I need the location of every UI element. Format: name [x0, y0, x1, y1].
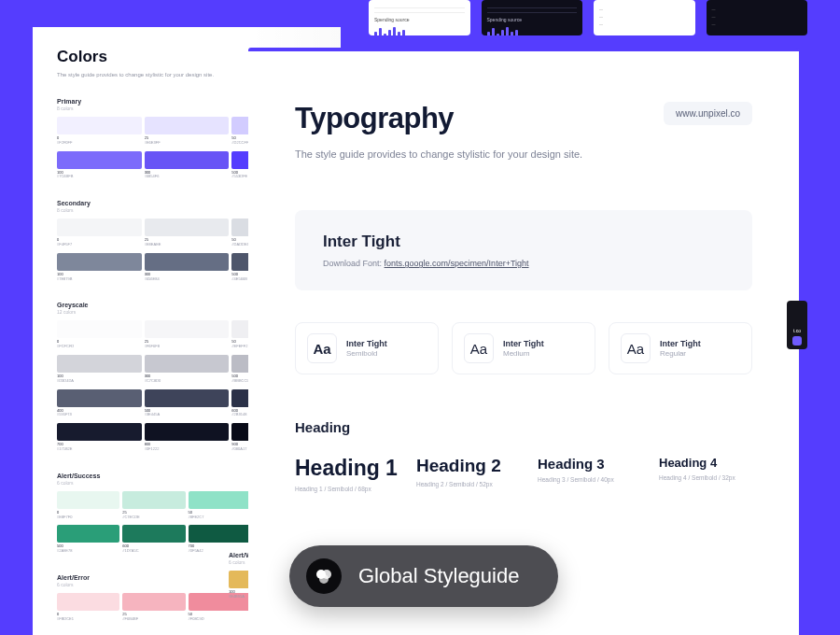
heading-sample: Heading 1 — [295, 456, 388, 481]
font-glyph: Aa — [307, 333, 337, 363]
global-styleguide-pill[interactable]: Global Styleguide — [289, 545, 558, 607]
font-weight-row: Aa Inter Tight SemiboldAa Inter Tight Me… — [295, 322, 752, 374]
font-weight-card[interactable]: Aa Inter Tight Regular — [609, 322, 752, 374]
typography-title: Typography — [295, 102, 454, 135]
dashboard-card-form-light: ——— — [594, 0, 695, 35]
heading-meta: Heading 1 / Semibold / 68px — [295, 486, 388, 492]
dashboard-label: Spending source — [374, 17, 465, 22]
font-name: Inter Tight — [323, 233, 724, 251]
styleguide-icon — [306, 558, 342, 594]
color-swatch[interactable]: 0#F2F0FF — [57, 117, 142, 146]
color-swatch[interactable]: 25#E8EAEE — [145, 219, 230, 247]
dashboard-card-light: Spending source — [369, 0, 470, 35]
heading-sample: Heading 2 — [416, 456, 510, 476]
font-download-line: Download Font: fonts.google.com/specimen… — [323, 259, 724, 268]
heading-sample-col: Heading 3 Heading 3 / Semibold / 40px — [538, 456, 631, 483]
color-swatch[interactable]: 100#7E879B — [57, 253, 142, 282]
font-weight-value: Medium — [503, 349, 544, 358]
heading-sample-col: Heading 2 Heading 2 / Semibold / 52px — [416, 456, 510, 487]
dashboard-preview-strip: Spending source Spending source ——— ——— — [369, 0, 807, 35]
font-download-link[interactable]: fonts.google.com/specimen/Inter+Tight — [385, 259, 529, 268]
color-swatch[interactable]: 300#C7C8D0 — [145, 355, 230, 384]
heading-meta: Heading 4 / Semibold / 32px — [659, 474, 752, 481]
font-download-box: Inter Tight Download Font: fonts.google.… — [295, 210, 752, 290]
color-swatch[interactable]: 500#2A9E78 — [57, 525, 119, 554]
color-swatch[interactable]: 0#FBDCE1 — [57, 593, 119, 622]
font-glyph: Aa — [464, 333, 494, 363]
color-swatch[interactable]: 800#0F1222 — [145, 423, 230, 452]
color-swatch[interactable]: 600#1D7A5C — [122, 525, 185, 554]
color-swatch[interactable]: 25#E6E3FF — [145, 117, 230, 146]
font-weight-name: Inter Tight — [503, 339, 544, 348]
dashboard-card-form-dark: ——— — [707, 0, 808, 35]
font-weight-value: Regular — [660, 349, 701, 358]
color-swatch[interactable]: 300#656E84 — [145, 253, 230, 282]
svg-point-2 — [319, 574, 329, 584]
font-weight-value: Semibold — [346, 349, 387, 358]
color-swatch[interactable]: 300#6854F6 — [145, 151, 230, 180]
heading-meta: Heading 2 / Semibold / 52px — [416, 481, 510, 487]
edge-badge-text: t.co — [793, 328, 801, 333]
color-swatch[interactable]: 25#F6B4BF — [122, 593, 185, 622]
color-swatch[interactable]: 0#E8F7F0 — [57, 491, 119, 520]
heading-sample: Heading 4 — [659, 456, 752, 470]
font-weight-card[interactable]: Aa Inter Tight Medium — [452, 322, 595, 374]
dashboard-card-dark: Spending source — [482, 0, 583, 35]
edge-badge: t.co — [787, 301, 807, 349]
dashboard-label: Spending source — [487, 17, 578, 22]
color-swatch[interactable]: 0#FCFCFD — [57, 320, 142, 349]
global-styleguide-label: Global Styleguide — [358, 564, 519, 588]
edge-badge-dot — [792, 336, 802, 346]
heading-section: Heading Heading 1 Heading 1 / Semibold /… — [295, 419, 752, 492]
color-swatch[interactable]: 50#8FE2C7 — [189, 491, 251, 520]
heading-sample-col: Heading 1 Heading 1 / Semibold / 68px — [295, 456, 388, 492]
font-weight-name: Inter Tight — [660, 339, 701, 348]
heading-sample-col: Heading 4 Heading 4 / Semibold / 32px — [659, 456, 752, 481]
color-swatch[interactable]: 100#7C6BFB — [57, 151, 142, 180]
font-glyph: Aa — [621, 333, 651, 363]
font-weight-name: Inter Tight — [346, 339, 387, 348]
color-swatch[interactable]: 0#F4F5F7 — [57, 219, 142, 247]
site-url-pill[interactable]: www.unpixel.co — [664, 102, 752, 125]
color-swatch[interactable]: 400#595F73 — [57, 389, 142, 418]
heading-sample: Heading 3 — [538, 456, 631, 472]
color-swatch[interactable]: 25#F6F6F8 — [145, 320, 230, 349]
font-download-label: Download Font: — [323, 259, 382, 268]
heading-meta: Heading 3 / Semibold / 40px — [538, 476, 631, 483]
color-swatch[interactable]: 500#3E445A — [145, 389, 230, 418]
font-weight-card[interactable]: Aa Inter Tight Semibold — [295, 322, 439, 374]
heading-section-label: Heading — [295, 419, 752, 435]
color-swatch[interactable]: 700#0F5A42 — [189, 525, 251, 554]
color-swatch[interactable]: 25#C7ECDE — [122, 491, 185, 520]
color-swatch[interactable]: 700#171B2E — [57, 423, 142, 452]
color-swatch[interactable]: 100#D3D4DA — [57, 355, 142, 384]
typography-subtitle: The style guide provides to change styli… — [295, 148, 752, 160]
